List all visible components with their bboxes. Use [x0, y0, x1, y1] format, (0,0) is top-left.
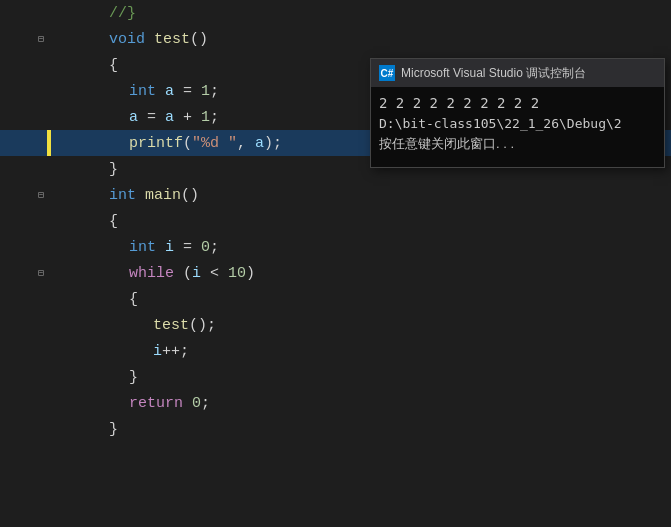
code-editor: //} ⊟ void test() { int a = 1; a = a — [0, 0, 671, 527]
console-output-line3: 按任意键关闭此窗口. . . — [379, 134, 656, 154]
console-body: 2 2 2 2 2 2 2 2 2 2 D:\bit-class105\22_1… — [371, 87, 664, 167]
vs-icon: C# — [379, 65, 395, 81]
console-title: Microsoft Visual Studio 调试控制台 — [401, 65, 586, 82]
fold-icon[interactable]: ⊟ — [35, 33, 47, 45]
fold-icon[interactable]: ⊟ — [35, 189, 47, 201]
console-titlebar: C# Microsoft Visual Studio 调试控制台 — [371, 59, 664, 87]
console-popup: C# Microsoft Visual Studio 调试控制台 2 2 2 2… — [370, 58, 665, 168]
console-output-line2: D:\bit-class105\22_1_26\Debug\2 — [379, 114, 656, 134]
fold-icon[interactable]: ⊟ — [35, 267, 47, 279]
code-line: } — [0, 416, 671, 442]
console-output-line1: 2 2 2 2 2 2 2 2 2 2 — [379, 93, 656, 114]
line-content: } — [51, 404, 118, 455]
